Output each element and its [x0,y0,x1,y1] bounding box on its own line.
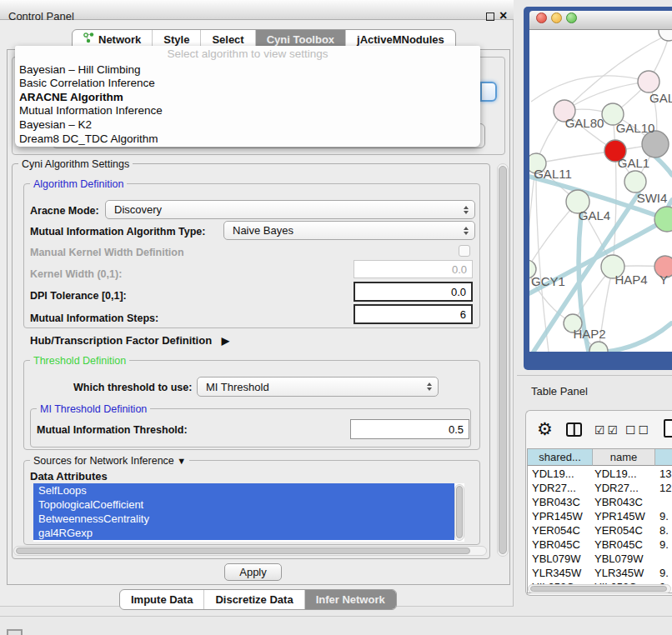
manual-kernel-label: Manual Kernel Width Definition [30,247,184,258]
kernel-width-field[interactable] [354,260,473,278]
window-zoom-light-icon[interactable] [566,12,577,23]
table-cell[interactable]: 9. [659,566,669,580]
collapse-down-arrow-icon[interactable]: ▼ [177,456,186,466]
list-item[interactable]: TopologicalCoefficient [33,498,454,512]
table-cell[interactable]: YLR345W [532,566,581,580]
node-label: HAP4 [614,272,647,287]
node-gal-pink[interactable] [638,71,659,92]
which-threshold-combo[interactable]: MI Threshold [197,377,439,397]
table-cell[interactable]: YPR145W [594,509,645,523]
table-cell[interactable]: YBR043C [532,495,580,509]
table-cell[interactable]: YLR345W [594,566,644,580]
algorithm-dropdown-popup: Select algorithm to view settings Bayesi… [15,46,480,147]
apply-button[interactable]: Apply [224,563,282,581]
mi-steps-field[interactable] [354,304,473,324]
float-window-icon[interactable] [486,12,494,21]
list-item[interactable]: SelfLoops [33,483,454,498]
table-cell[interactable]: YBR043C [594,495,643,509]
dpi-tolerance-field[interactable] [354,282,473,302]
table-cell[interactable]: YBR045C [594,538,643,552]
list-item[interactable]: BetweennessCentrality [33,512,454,526]
table-cell[interactable]: YBL079W [594,552,644,566]
show-columns-icon[interactable]: ☑☑ [594,423,620,437]
dock-button-partial[interactable] [7,629,23,635]
dropdown-item[interactable]: Basic Correlation Inference [15,77,480,91]
table-cell[interactable]: YDR27... [594,481,639,495]
column-header-partial[interactable] [655,449,672,466]
mi-threshold-field[interactable] [350,419,469,439]
network-canvas[interactable]: GAL GAL80 GAL10 GAL1 GAL11 SWI4 GAL4 GCY… [529,30,672,352]
settings-vertical-scrollbar-thumb[interactable] [499,166,507,554]
dropdown-item[interactable]: Dream8 DC_TDC Algorithm [15,132,480,147]
algorithm-definition-title: Algorithm Definition [30,178,127,190]
algorithm-dropdown-placeholder: Select algorithm to view settings [15,48,480,60]
table-cell[interactable]: 8. [659,523,669,538]
attributes-list-scrollbar-thumb[interactable] [456,486,463,538]
settings-vertical-scrollbar[interactable] [497,163,509,557]
tab-impute-data[interactable]: Impute Data [120,590,203,609]
table-cell[interactable]: YBL079W [532,552,581,566]
table-cell[interactable]: YPR145W [532,509,583,523]
node-swi4[interactable] [654,207,672,232]
table-panel-title: Table Panel [531,385,588,398]
table-cell[interactable]: YDR27... [532,481,576,495]
tab-infer-network[interactable]: Infer Network [304,590,396,609]
stepper-arrows-icon [427,382,432,391]
mi-type-combo[interactable]: Naive Bayes [223,221,475,240]
aracne-mode-combo[interactable]: Discovery [105,200,475,219]
window-minimize-light-icon[interactable] [551,12,562,23]
dropdown-item[interactable]: Bayesian – K2 [15,118,480,132]
manual-kernel-checkbox[interactable] [459,245,470,257]
stepper-arrows-icon [464,206,469,214]
table-cell[interactable]: 13 [659,467,671,481]
screen: { "window": { "title": "Control Panel", … [0,0,672,635]
table-cell[interactable]: YER054C [594,523,643,538]
table-cell[interactable]: 9. [659,509,669,523]
table-cell[interactable]: YDL19... [594,467,637,481]
dpi-tolerance-label: DPI Tolerance [0,1]: [30,290,127,302]
table-horizontal-scrollbar-thumb[interactable] [530,586,667,592]
node-partial-top[interactable] [659,30,672,41]
settings-horizontal-scrollbar[interactable] [13,546,487,556]
split-columns-icon[interactable] [566,422,582,437]
mi-type-label: Mutual Information Algorithm Type: [30,226,205,238]
hide-columns-icon[interactable]: ☐☐ [625,423,651,437]
control-panel-titlebar[interactable] [0,0,514,20]
window-title: Control Panel [8,10,74,22]
sources-group-title[interactable]: Sources for Network Inference ▼ [30,455,189,467]
settings-horizontal-scrollbar-thumb[interactable] [16,548,470,554]
column-header-shared-name[interactable]: shared... [528,449,593,466]
aracne-mode-label: Aracne Mode: [30,205,99,217]
table-horizontal-scrollbar[interactable] [528,584,671,593]
node-partial-bottom[interactable] [589,342,608,352]
node-label: GAL80 [565,116,604,130]
attributes-list-scrollbar[interactable] [454,484,464,541]
new-table-icon-partial[interactable] [664,419,672,438]
dropdown-item[interactable]: Bayesian – Hill Climbing [15,63,480,78]
dropdown-item-selected[interactable]: ARACNE Algorithm [15,91,480,105]
table-cell[interactable]: YBR045C [532,538,580,552]
tab-discretize-data[interactable]: Discretize Data [203,590,303,609]
hub-definition-expander[interactable]: Hub/Transcription Factor Definition ▶ [30,334,229,347]
close-window-icon[interactable]: × [499,8,507,23]
dropdown-item[interactable]: Mutual Information Inference [15,104,480,118]
network-edges-teal [529,157,672,352]
table-panel-divider [517,375,672,376]
bottom-divider [0,616,672,617]
algorithm-combo-focus-ring-partial[interactable] [480,82,497,102]
network-window-titlebar[interactable] [529,11,672,30]
table-cell[interactable]: 9. [659,538,669,552]
table-cell[interactable]: YER054C [532,523,580,538]
table-cell[interactable]: 12 [659,481,671,495]
gear-icon[interactable]: ⚙ [537,420,553,438]
mi-threshold-label: Mutual Information Threshold: [37,424,188,436]
table-cell[interactable]: YDL19... [532,467,574,481]
cyni-algorithm-settings-title: Cyni Algorithm Settings [18,158,133,170]
window-close-light-icon[interactable] [536,12,547,23]
node-label: GAL1 [618,156,649,170]
column-header-name[interactable]: name [593,449,655,466]
expander-right-arrow-icon[interactable]: ▶ [222,335,229,347]
node-label: Y [659,272,668,287]
list-item[interactable]: gal4RGexp [33,526,454,540]
node-mid[interactable] [624,171,646,192]
